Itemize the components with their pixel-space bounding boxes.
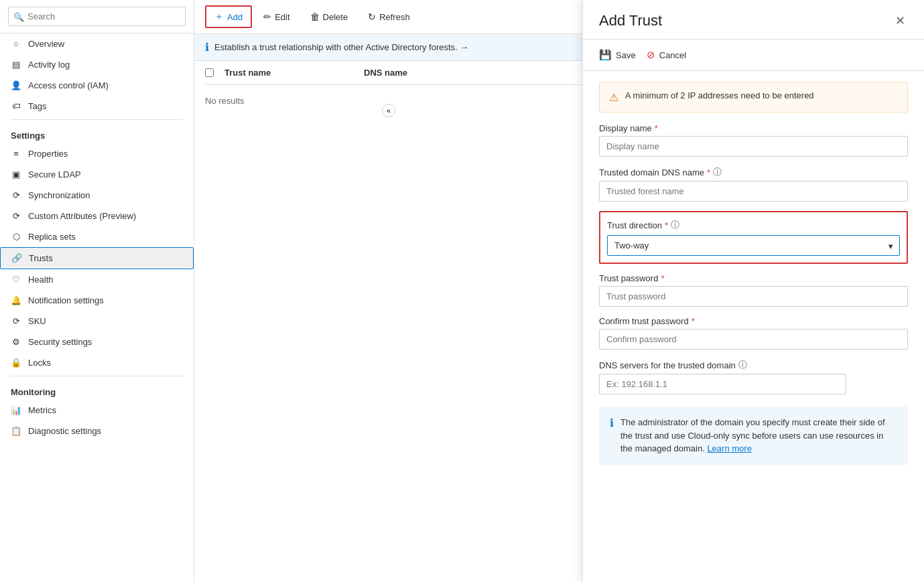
trust-password-group: Trust password * xyxy=(599,273,908,307)
sidebar-monitoring-items: 📊Metrics📋Diagnostic settings xyxy=(0,400,194,441)
search-input[interactable] xyxy=(8,7,186,26)
add-label: Add xyxy=(227,12,243,22)
display-name-input[interactable] xyxy=(599,136,908,157)
sidebar-settings-items: ≡Properties▣Secure LDAP⟳Synchronization⟳… xyxy=(0,143,194,373)
notification-settings-icon: 🔔 xyxy=(11,295,21,305)
delete-button[interactable]: 🗑 Delete xyxy=(302,7,357,27)
panel-header: Add Trust ✕ xyxy=(583,0,924,40)
refresh-label: Refresh xyxy=(379,12,410,22)
trust-direction-select[interactable]: Two-wayOne-way: incomingOne-way: outgoin… xyxy=(607,235,900,256)
sidebar-item-metrics[interactable]: 📊Metrics xyxy=(0,400,194,421)
trusts-icon: 🔗 xyxy=(11,253,22,263)
diagnostic-settings-icon: 📋 xyxy=(11,426,21,436)
confirm-password-input[interactable] xyxy=(599,329,908,350)
sidebar-item-sku[interactable]: ⟳SKU xyxy=(0,311,194,332)
dns-servers-info-icon[interactable]: ⓘ xyxy=(738,359,747,371)
info-box-icon: ℹ xyxy=(610,417,614,429)
sidebar-item-label: Synchronization xyxy=(28,190,90,200)
trusted-domain-info-icon[interactable]: ⓘ xyxy=(713,166,722,178)
add-button[interactable]: ＋ Add xyxy=(205,5,252,28)
info-icon: ℹ xyxy=(205,41,209,54)
edit-icon: ✏ xyxy=(263,11,271,22)
properties-icon: ≡ xyxy=(11,149,21,159)
panel-form-body: Display name * Trusted domain DNS name *… xyxy=(583,123,924,481)
save-button[interactable]: 💾 Save xyxy=(599,46,636,64)
sidebar-item-activity-log[interactable]: ▤Activity log xyxy=(0,54,194,75)
health-icon: ♡ xyxy=(11,275,21,285)
metrics-icon: 📊 xyxy=(11,405,21,415)
panel-close-button[interactable]: ✕ xyxy=(893,11,908,31)
display-name-group: Display name * xyxy=(599,123,908,157)
col-dns-name-header: DNS name xyxy=(364,68,498,78)
sidebar-item-label: Security settings xyxy=(28,337,92,347)
warning-box: ⚠ A minimum of 2 IP addresses need to be… xyxy=(599,82,908,113)
sidebar-item-label: Access control (IAM) xyxy=(28,80,109,90)
warning-icon: ⚠ xyxy=(609,91,618,104)
panel-title: Add Trust xyxy=(599,12,662,29)
panel-toolbar: 💾 Save ⊘ Cancel xyxy=(583,40,924,71)
sidebar-item-label: Custom Attributes (Preview) xyxy=(28,211,136,221)
cancel-button[interactable]: ⊘ Cancel xyxy=(647,46,686,64)
sidebar-item-label: Locks xyxy=(28,358,51,368)
search-icon: 🔍 xyxy=(13,11,24,21)
sidebar-item-label: Secure LDAP xyxy=(28,169,81,179)
confirm-password-required: * xyxy=(691,316,695,326)
save-label: Save xyxy=(616,50,636,60)
security-settings-icon: ⚙ xyxy=(11,337,21,347)
sidebar-item-replica-sets[interactable]: ⬡Replica sets xyxy=(0,226,194,247)
sidebar-item-label: Notification settings xyxy=(28,295,104,305)
edit-button[interactable]: ✏ Edit xyxy=(255,7,298,27)
sidebar-item-overview[interactable]: ○Overview xyxy=(0,33,194,54)
sidebar-item-label: Metrics xyxy=(28,405,56,415)
trust-direction-label: Trust direction * ⓘ xyxy=(607,219,900,231)
replica-sets-icon: ⬡ xyxy=(11,232,21,242)
delete-label: Delete xyxy=(323,12,348,22)
monitoring-section-title: Monitoring xyxy=(0,379,194,400)
overview-icon: ○ xyxy=(11,39,21,49)
sidebar-item-health[interactable]: ♡Health xyxy=(0,269,194,290)
trusted-domain-group: Trusted domain DNS name * ⓘ xyxy=(599,166,908,202)
sidebar-item-notification-settings[interactable]: 🔔Notification settings xyxy=(0,290,194,311)
trust-direction-info-icon[interactable]: ⓘ xyxy=(671,219,679,231)
trust-direction-group: Trust direction * ⓘ Two-wayOne-way: inco… xyxy=(599,211,908,264)
trusted-domain-input[interactable] xyxy=(599,181,908,202)
sidebar-item-properties[interactable]: ≡Properties xyxy=(0,143,194,164)
sidebar-item-synchronization[interactable]: ⟳Synchronization xyxy=(0,185,194,206)
sidebar-item-custom-attributes[interactable]: ⟳Custom Attributes (Preview) xyxy=(0,206,194,226)
sidebar-item-label: SKU xyxy=(28,316,46,326)
dns-servers-input[interactable] xyxy=(599,374,846,394)
sidebar-item-label: Tags xyxy=(28,101,46,111)
display-name-required: * xyxy=(655,123,658,133)
display-name-label: Display name * xyxy=(599,123,908,133)
locks-icon: 🔒 xyxy=(11,358,21,368)
sidebar-item-label: Properties xyxy=(28,149,68,159)
sidebar-item-secure-ldap[interactable]: ▣Secure LDAP xyxy=(0,164,194,185)
cancel-icon: ⊘ xyxy=(647,49,655,61)
confirm-password-label: Confirm trust password * xyxy=(599,316,908,326)
select-all-checkbox[interactable] xyxy=(205,68,214,77)
learn-more-link[interactable]: Learn more xyxy=(707,443,751,453)
trusted-domain-label: Trusted domain DNS name * ⓘ xyxy=(599,166,908,178)
sidebar: 🔍 ○Overview▤Activity log👤Access control … xyxy=(0,0,194,582)
save-icon: 💾 xyxy=(599,49,612,61)
settings-section-title: Settings xyxy=(0,123,194,143)
cancel-label: Cancel xyxy=(659,50,686,60)
trust-password-input[interactable] xyxy=(599,286,908,307)
access-control-icon: 👤 xyxy=(11,80,21,90)
sidebar-item-tags[interactable]: 🏷Tags xyxy=(0,96,194,117)
trust-password-required: * xyxy=(661,273,664,283)
edit-label: Edit xyxy=(275,12,289,22)
sidebar-item-diagnostic-settings[interactable]: 📋Diagnostic settings xyxy=(0,421,194,441)
sidebar-item-access-control[interactable]: 👤Access control (IAM) xyxy=(0,75,194,96)
sidebar-item-trusts[interactable]: 🔗Trusts xyxy=(0,247,194,269)
sidebar-item-security-settings[interactable]: ⚙Security settings xyxy=(0,332,194,352)
collapse-sidebar-button[interactable]: « xyxy=(382,104,395,117)
sidebar-item-label: Trusts xyxy=(29,253,53,263)
confirm-password-group: Confirm trust password * xyxy=(599,316,908,350)
sidebar-item-label: Activity log xyxy=(28,60,70,70)
refresh-button[interactable]: ↻ Refresh xyxy=(359,7,419,27)
sidebar-item-locks[interactable]: 🔒Locks xyxy=(0,352,194,373)
sku-icon: ⟳ xyxy=(11,316,21,326)
sidebar-item-label: Replica sets xyxy=(28,232,76,242)
synchronization-icon: ⟳ xyxy=(11,190,21,200)
